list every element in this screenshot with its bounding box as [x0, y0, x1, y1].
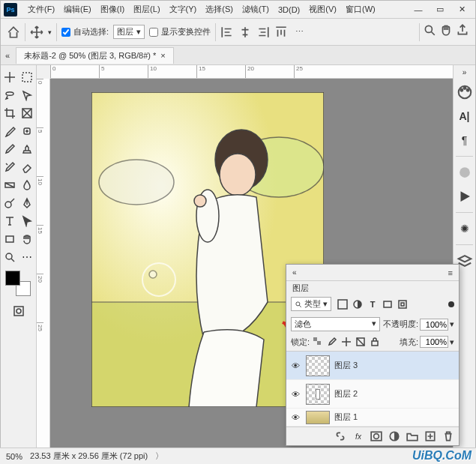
- layer-thumbnail[interactable]: [306, 411, 330, 424]
- pen-tool[interactable]: [19, 194, 37, 212]
- link-layers-icon[interactable]: [334, 430, 346, 442]
- menu-edit[interactable]: 编辑(E): [59, 2, 96, 16]
- zoom-level[interactable]: 50%: [6, 452, 22, 461]
- blend-mode-dropdown[interactable]: 滤色▾: [291, 317, 380, 331]
- filter-type-icon[interactable]: T: [367, 299, 378, 310]
- menu-select[interactable]: 选择(S): [201, 2, 238, 16]
- home-icon[interactable]: [7, 25, 20, 39]
- menu-3d[interactable]: 3D(D): [274, 4, 304, 16]
- type-tool[interactable]: [1, 212, 19, 230]
- layer-row[interactable]: 👁 图层 2: [286, 380, 459, 409]
- layer-name[interactable]: 图层 3: [334, 360, 358, 371]
- clone-stamp-tool[interactable]: [19, 140, 37, 158]
- collapse-tabs-icon[interactable]: «: [5, 51, 10, 60]
- frame-tool[interactable]: [19, 104, 37, 122]
- panel-menu-icon[interactable]: ≡: [448, 268, 453, 277]
- opacity-caret[interactable]: ▾: [450, 319, 454, 329]
- layers-tab-label[interactable]: 图层: [286, 281, 459, 294]
- edit-toolbar[interactable]: ⋯: [19, 248, 37, 266]
- minimize-button[interactable]: —: [408, 3, 429, 16]
- dropdown-caret-icon[interactable]: ▾: [48, 28, 52, 36]
- gradient-tool[interactable]: [1, 176, 19, 194]
- menu-view[interactable]: 视图(V): [304, 2, 341, 16]
- layer-row[interactable]: 👁 图层 3: [286, 352, 459, 380]
- menu-image[interactable]: 图像(I): [96, 2, 129, 16]
- lock-position-icon[interactable]: [341, 337, 352, 347]
- filter-toggle[interactable]: [448, 301, 454, 307]
- color-swatches[interactable]: [5, 271, 31, 296]
- rectangle-tool[interactable]: [1, 230, 19, 248]
- search-icon[interactable]: [423, 23, 436, 37]
- filter-pixel-icon[interactable]: [337, 299, 348, 310]
- menu-filter[interactable]: 滤镜(T): [238, 2, 274, 16]
- more-align-icon[interactable]: ⋯: [292, 25, 306, 39]
- layer-thumbnail[interactable]: [306, 355, 330, 376]
- delete-layer-icon[interactable]: [442, 430, 454, 442]
- layer-fx-icon[interactable]: fx: [352, 430, 364, 442]
- fill-input[interactable]: [420, 336, 448, 348]
- align-top-icon[interactable]: [274, 25, 288, 39]
- align-right-icon[interactable]: [256, 25, 270, 39]
- lock-all-icon[interactable]: [370, 337, 380, 347]
- move-tool-icon[interactable]: [30, 25, 43, 39]
- character-panel-icon[interactable]: A|: [457, 108, 473, 124]
- menu-layer[interactable]: 图层(L): [129, 2, 164, 16]
- opacity-input[interactable]: [420, 319, 448, 331]
- swatches-panel-icon[interactable]: [457, 164, 473, 181]
- lock-artboard-icon[interactable]: [355, 337, 366, 347]
- menu-file[interactable]: 文件(F): [23, 2, 59, 16]
- eraser-tool[interactable]: [19, 158, 37, 176]
- share-icon[interactable]: [456, 23, 469, 37]
- auto-select-target-dropdown[interactable]: 图层▾: [113, 25, 145, 39]
- info-caret-icon[interactable]: 〉: [155, 451, 163, 462]
- hand-tool[interactable]: [19, 230, 37, 248]
- align-left-icon[interactable]: [220, 25, 234, 39]
- zoom-tool[interactable]: [1, 248, 19, 266]
- menu-type[interactable]: 文字(Y): [165, 2, 202, 16]
- color-panel-icon[interactable]: [457, 84, 473, 100]
- healing-tool[interactable]: [19, 122, 37, 140]
- close-button[interactable]: ✕: [451, 3, 472, 16]
- eyedropper-tool[interactable]: [1, 122, 19, 140]
- filter-shape-icon[interactable]: [382, 299, 393, 310]
- foreground-color[interactable]: [5, 271, 20, 286]
- show-transform-checkbox[interactable]: 显示变换控件: [149, 26, 211, 37]
- actions-panel-icon[interactable]: [457, 188, 473, 205]
- document-tab[interactable]: 未标题-2 @ 50% (图层 3, RGB/8#) * ×: [16, 47, 174, 64]
- fill-caret[interactable]: ▾: [450, 337, 454, 347]
- adjustments-panel-icon[interactable]: ✺: [457, 220, 473, 237]
- layer-name[interactable]: 图层 2: [334, 388, 358, 400]
- document-info[interactable]: 23.53 厘米 x 29.56 厘米 (72 ppi): [30, 451, 148, 462]
- visibility-toggle[interactable]: 👁: [289, 390, 301, 399]
- align-center-h-icon[interactable]: [238, 25, 252, 39]
- layer-mask-icon[interactable]: [370, 430, 382, 442]
- layer-row[interactable]: 👁 图层 1: [286, 409, 459, 427]
- brush-tool[interactable]: [1, 140, 19, 158]
- crop-tool[interactable]: [1, 104, 19, 122]
- dodge-tool[interactable]: [1, 194, 19, 212]
- marquee-tool[interactable]: [19, 68, 37, 86]
- history-brush-tool[interactable]: [1, 158, 19, 176]
- filter-smart-icon[interactable]: [397, 299, 408, 310]
- close-tab-icon[interactable]: ×: [160, 51, 165, 60]
- menu-window[interactable]: 窗口(W): [341, 2, 380, 16]
- layer-name[interactable]: 图层 1: [334, 412, 358, 423]
- quick-mask-toggle[interactable]: [10, 302, 28, 320]
- maximize-button[interactable]: ▭: [430, 3, 451, 16]
- paragraph-panel-icon[interactable]: ¶: [457, 132, 473, 148]
- blur-tool[interactable]: [19, 176, 37, 194]
- expand-dock-icon[interactable]: »: [463, 68, 467, 76]
- filter-adjust-icon[interactable]: [352, 299, 363, 310]
- layer-thumbnail[interactable]: [306, 384, 330, 405]
- lock-paint-icon[interactable]: [327, 337, 337, 347]
- panel-collapse-icon[interactable]: «: [292, 268, 297, 277]
- adjustment-layer-icon[interactable]: [388, 430, 400, 442]
- visibility-toggle[interactable]: 👁: [289, 361, 301, 370]
- auto-select-checkbox[interactable]: 自动选择:: [61, 26, 109, 37]
- new-group-icon[interactable]: [406, 430, 418, 442]
- lasso-tool[interactable]: [1, 86, 19, 104]
- hand-icon[interactable]: [439, 23, 453, 37]
- path-select-tool[interactable]: [19, 212, 37, 230]
- move-tool[interactable]: [1, 68, 19, 86]
- layer-filter-type-dropdown[interactable]: 类型 ▾: [291, 297, 331, 311]
